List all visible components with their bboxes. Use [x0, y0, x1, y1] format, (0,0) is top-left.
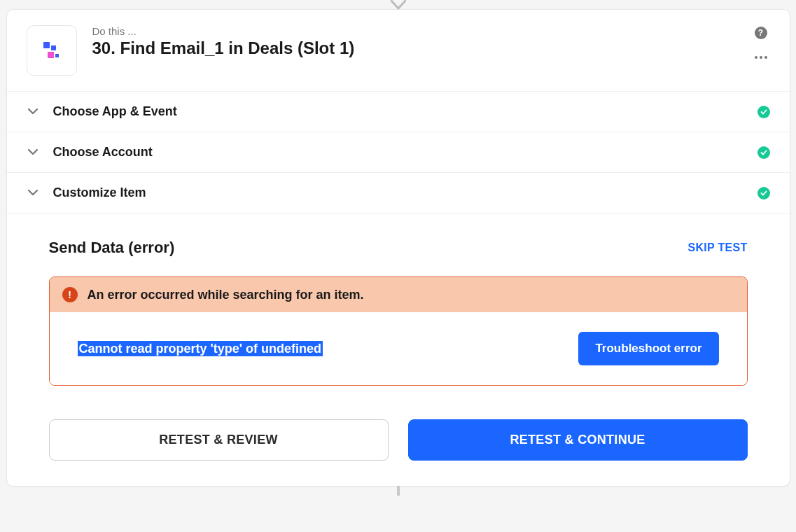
error-header: ! An error occurred while searching for … [50, 277, 747, 312]
retest-continue-button[interactable]: RETEST & CONTINUE [408, 419, 748, 461]
step-title: 30. Find Email_1 in Deals (Slot 1) [92, 38, 752, 58]
status-complete-icon [757, 146, 770, 159]
app-icon [27, 25, 77, 76]
section-label: Customize Item [53, 186, 757, 200]
svg-rect-1 [51, 46, 56, 50]
error-icon: ! [62, 287, 78, 302]
status-complete-icon [757, 187, 770, 200]
skip-test-link[interactable]: SKIP TEST [687, 241, 747, 254]
section-label: Choose Account [53, 145, 757, 160]
chevron-down-icon [27, 108, 39, 115]
step-subtitle: Do this ... [92, 25, 752, 37]
error-message-wrap: Cannot read property 'type' of undefined [78, 342, 323, 356]
error-message: Cannot read property 'type' of undefined [78, 341, 323, 356]
connector-stub-bottom [0, 486, 796, 496]
svg-rect-0 [43, 42, 50, 48]
svg-rect-2 [48, 52, 54, 58]
send-data-title: Send Data (error) [49, 239, 175, 257]
section-choose-account[interactable]: Choose Account [7, 132, 790, 172]
troubleshoot-button[interactable]: Troubleshoot error [578, 332, 718, 365]
section-customize-item[interactable]: Customize Item [7, 172, 790, 213]
card-header: Do this ... 30. Find Email_1 in Deals (S… [7, 10, 790, 91]
retest-review-button[interactable]: RETEST & REVIEW [49, 419, 389, 461]
error-title: An error occurred while searching for an… [88, 288, 364, 302]
chevron-down-icon [27, 190, 39, 196]
step-card: Do this ... 30. Find Email_1 in Deals (S… [6, 9, 790, 486]
chevron-down-icon [27, 149, 39, 155]
more-menu-icon[interactable] [752, 53, 770, 62]
section-choose-app-event[interactable]: Choose App & Event [7, 91, 790, 132]
help-icon[interactable]: ? [755, 27, 767, 39]
connector-arrow-top [0, 0, 796, 10]
status-complete-icon [757, 106, 770, 118]
error-box: ! An error occurred while searching for … [49, 276, 748, 386]
svg-rect-3 [55, 54, 59, 57]
send-data-section: Send Data (error) SKIP TEST ! An error o… [7, 213, 790, 486]
section-label: Choose App & Event [53, 104, 757, 119]
